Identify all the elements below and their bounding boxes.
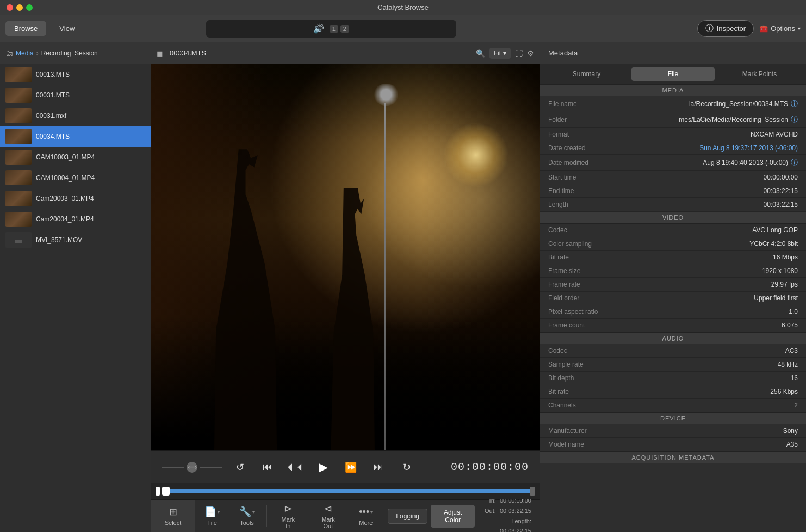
fit-label: Fit (494, 50, 501, 57)
breadcrumb-separator: › (36, 50, 39, 57)
file-name: CAM10004_01.MP4 (36, 174, 95, 182)
tab-mark-points[interactable]: Mark Points (717, 67, 802, 81)
settings-icon[interactable]: ⚙ (527, 49, 534, 58)
play-button[interactable]: ▶ (313, 457, 333, 477)
date-modified-label: Date modified (548, 159, 588, 166)
info-icon[interactable]: ⓘ (791, 115, 798, 125)
app-title: Catalyst Browse (377, 3, 429, 11)
list-item[interactable]: CAM10003_01.MP4 (0, 147, 151, 168)
format-value: NXCAM AVCHD (751, 131, 798, 138)
minimize-button[interactable] (16, 4, 23, 11)
volume-icon: 🔊 (313, 23, 324, 34)
maximize-button[interactable] (26, 4, 33, 11)
video-frame (151, 64, 540, 450)
tab-file[interactable]: File (631, 67, 715, 81)
meta-row-format: Format NXCAM AVCHD (540, 128, 806, 141)
file-button[interactable]: 📄 ▾ File (195, 500, 230, 532)
audio-section-header: AUDIO (540, 332, 806, 344)
inspector-panel: Metadata Summary File Mark Points MEDIA … (540, 42, 806, 532)
adjust-color-button[interactable]: Adjust Color (431, 505, 475, 528)
inspector-button[interactable]: ⓘ Inspector (697, 20, 754, 37)
timeline-start-marker (156, 487, 160, 496)
file-thumbnail: ▬ (5, 232, 32, 248)
mark-out-icon: ⊲ (324, 503, 332, 515)
browse-button[interactable]: Browse (5, 21, 46, 36)
step-forward-button[interactable]: ⏩ (341, 457, 361, 477)
audio-player: 🔊 1 2 (206, 20, 456, 38)
file-name: 00034.MTS (36, 133, 70, 140)
loop-button[interactable]: ↻ (396, 457, 416, 477)
out-time-row: Out: 00:03:22:15 (480, 506, 531, 516)
frame-size-label: Frame size (548, 267, 580, 275)
file-name: Cam20003_01.MP4 (36, 195, 94, 202)
list-item[interactable]: Cam20004_01.MP4 (0, 209, 151, 230)
clip-icon: ◼ (157, 49, 163, 58)
reset-button[interactable]: ↺ (230, 457, 250, 477)
mark-in-button[interactable]: ⊳ Mark In (269, 500, 307, 532)
list-item[interactable]: 00013.MTS (0, 64, 151, 85)
playhead[interactable] (162, 487, 170, 496)
file-list: 00013.MTS 00031.MTS 00031.mxf 00034.MTS … (0, 64, 151, 532)
meta-row-frame-rate: Frame rate 29.97 fps (540, 278, 806, 292)
fullscreen-icon[interactable]: ⛶ (515, 49, 523, 58)
list-item[interactable]: 00031.MTS (0, 85, 151, 106)
date-created-label: Date created (548, 144, 586, 152)
bottom-toolbar: ⊞ Select 📄 ▾ File 🔧 ▾ Tools ⊳ Mar (151, 499, 540, 532)
jog-knob[interactable]: ⟺ (187, 462, 197, 473)
file-thumbnail (5, 129, 32, 144)
list-item[interactable]: 00031.mxf (0, 106, 151, 126)
end-time-value: 00:03:22:15 (764, 187, 798, 195)
list-item-selected[interactable]: 00034.MTS (0, 126, 151, 147)
length-label: Length (548, 201, 568, 208)
manufacturer-label: Manufacturer (548, 427, 587, 435)
audio-codec-value: AC3 (785, 347, 798, 355)
channels-label: Channels (548, 401, 576, 409)
main-content: 🗂 Media › Recording_Session 00013.MTS 00… (0, 42, 806, 532)
transport-bar: ⟺ ↺ ⏮ ⏴⏴ ▶ ⏩ ⏭ ↻ 00:00:00:00 (151, 450, 540, 483)
sample-rate-value: 48 kHz (778, 361, 798, 368)
tools-button[interactable]: 🔧 ▾ Tools (230, 500, 264, 532)
options-button[interactable]: 🧰 Options ▾ (759, 24, 801, 33)
info-icon[interactable]: ⓘ (791, 158, 798, 168)
close-button[interactable] (7, 4, 13, 11)
breadcrumb-root[interactable]: Media (16, 50, 34, 57)
skip-back-button[interactable]: ⏮ (258, 457, 277, 477)
list-item[interactable]: ▬ MVI_3571.MOV (0, 230, 151, 250)
file-thumbnail (5, 67, 32, 82)
frame-count-label: Frame count (548, 321, 585, 329)
meta-row-end-time: End time 00:03:22:15 (540, 184, 806, 198)
audio-file-icon: ▬ (15, 236, 22, 244)
info-icon[interactable]: ⓘ (791, 99, 798, 109)
meta-row-codec-video: Codec AVC Long GOP (540, 224, 806, 237)
timeline-track[interactable] (162, 489, 535, 493)
breadcrumb: 🗂 Media › Recording_Session (0, 42, 151, 64)
mark-in-label: Mark In (279, 516, 297, 529)
inspector-header: Metadata (540, 42, 806, 64)
select-button[interactable]: ⊞ Select (151, 500, 195, 532)
meta-row-date-modified: Date modified Aug 8 19:40:40 2013 (-05:0… (540, 155, 806, 171)
mark-out-button[interactable]: ⊲ Mark Out (307, 500, 350, 532)
skip-forward-button[interactable]: ⏭ (369, 457, 388, 477)
view-button[interactable]: View (51, 21, 83, 36)
meta-row-bit-depth: Bit depth 16 (540, 372, 806, 385)
acquisition-section-header: ACQUISITION METADATA (540, 451, 806, 463)
bit-rate-video-value: 16 Mbps (773, 253, 798, 261)
fit-button[interactable]: Fit ▾ (489, 48, 511, 59)
search-icon[interactable]: 🔍 (476, 49, 485, 58)
video-player[interactable] (151, 64, 540, 450)
options-icon: 🧰 (759, 24, 768, 33)
more-button[interactable]: ••• ▾ More (349, 500, 382, 532)
select-label: Select (165, 519, 182, 526)
filename-value: ia/Recording_Session/00034.MTS ⓘ (689, 99, 798, 109)
file-thumbnail (5, 150, 32, 165)
meta-row-sample-rate: Sample rate 48 kHz (540, 358, 806, 372)
list-item[interactable]: Cam20003_01.MP4 (0, 188, 151, 209)
timeline-bar[interactable] (151, 483, 540, 499)
tab-summary[interactable]: Summary (544, 67, 629, 81)
length-row: Length: 00:03:22:15 (480, 516, 531, 533)
logging-button[interactable]: Logging (388, 509, 427, 524)
meta-row-frame-size: Frame size 1920 x 1080 (540, 264, 806, 278)
list-item[interactable]: CAM10004_01.MP4 (0, 168, 151, 188)
jog-control[interactable]: ⟺ (162, 462, 222, 473)
step-back-button[interactable]: ⏴⏴ (286, 457, 305, 477)
